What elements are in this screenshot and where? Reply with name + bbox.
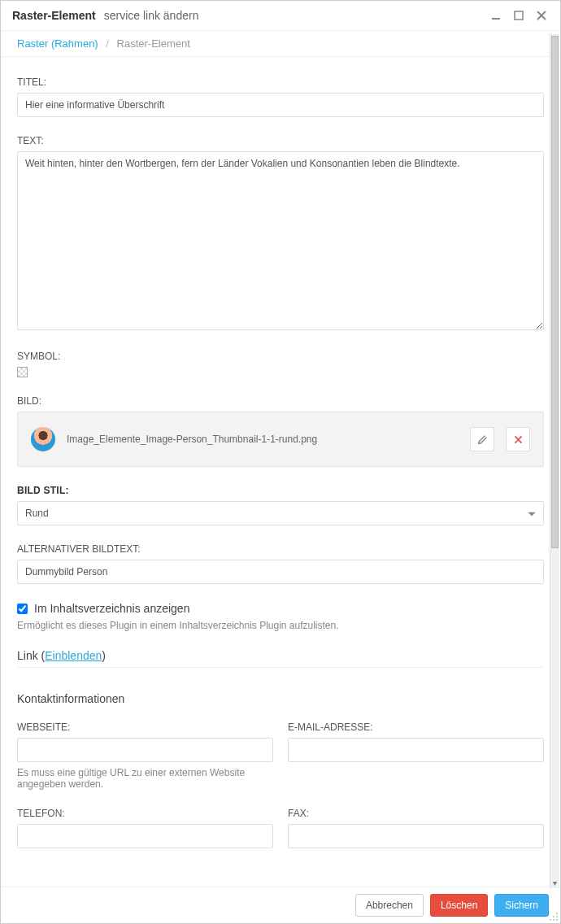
image-box: Image_Elemente_Image-Person_Thumbnail-1-…: [17, 412, 544, 467]
webseite-input[interactable]: [17, 738, 273, 762]
telefon-label: TELEFON:: [17, 808, 273, 819]
link-section-title: Link (Einblenden): [17, 649, 544, 668]
delete-button[interactable]: Löschen: [430, 894, 488, 917]
alt-text-label: ALTERNATIVER BILDTEXT:: [17, 543, 544, 555]
bild-stil-label: BILD STIL:: [17, 485, 544, 496]
scrollbar-thumb[interactable]: [551, 36, 559, 548]
breadcrumb-separator: /: [106, 37, 109, 50]
breadcrumb: Raster (Rahmen) / Raster-Element: [1, 31, 560, 57]
svg-point-10: [553, 919, 554, 921]
breadcrumb-parent-link[interactable]: Raster (Rahmen): [17, 37, 98, 50]
resize-grip-icon[interactable]: [549, 912, 559, 922]
minimize-icon[interactable]: [489, 8, 503, 23]
toc-checkbox-label[interactable]: Im Inhaltsverzeichnis anzeigen: [34, 602, 189, 615]
footer: Abbrechen Löschen Sichern: [1, 887, 560, 923]
titel-input[interactable]: [17, 93, 544, 117]
svg-point-9: [550, 919, 551, 921]
svg-rect-1: [515, 11, 523, 20]
modal-window: Raster-Element service link ändern Raste…: [0, 0, 561, 924]
text-textarea[interactable]: Weit hinten, hinter den Wortbergen, fern…: [17, 151, 544, 330]
link-expand-toggle[interactable]: Einblenden: [45, 649, 102, 662]
webseite-label: WEBSEITE:: [17, 721, 273, 733]
telefon-input[interactable]: [17, 824, 273, 848]
cancel-button[interactable]: Abbrechen: [355, 894, 424, 917]
vertical-scrollbar[interactable]: ▾: [550, 34, 559, 888]
image-filename: Image_Elemente_Image-Person_Thumbnail-1-…: [67, 434, 459, 445]
symbol-swatch[interactable]: [17, 367, 28, 377]
email-label: E-MAIL-ADRESSE:: [288, 721, 544, 733]
bild-stil-select[interactable]: Rund: [17, 501, 544, 525]
image-thumbnail: [31, 427, 55, 451]
maximize-icon[interactable]: [511, 8, 526, 23]
save-button[interactable]: Sichern: [494, 894, 549, 917]
svg-point-11: [556, 919, 558, 921]
text-label: TEXT:: [17, 135, 544, 146]
form-content: TITEL: TEXT: Weit hinten, hinter den Wor…: [1, 57, 560, 887]
remove-image-button[interactable]: [506, 427, 530, 451]
fax-input[interactable]: [288, 824, 544, 848]
email-input[interactable]: [288, 738, 544, 762]
window-subtitle: service link ändern: [104, 9, 199, 22]
window-title: Raster-Element: [12, 9, 96, 22]
bild-label: BILD:: [17, 395, 544, 407]
titel-label: TITEL:: [17, 76, 544, 88]
fax-label: FAX:: [288, 808, 544, 819]
close-icon[interactable]: [534, 8, 549, 23]
breadcrumb-current: Raster-Element: [117, 37, 190, 50]
toc-checkbox[interactable]: [17, 604, 28, 614]
alt-text-input[interactable]: [17, 560, 544, 584]
svg-point-7: [553, 916, 554, 917]
webseite-help: Es muss eine gültige URL zu einer extern…: [17, 767, 273, 790]
edit-image-button[interactable]: [470, 427, 494, 451]
symbol-label: SYMBOL:: [17, 351, 544, 362]
toc-help-text: Ermöglicht es dieses Plugin in einem Inh…: [17, 620, 544, 631]
titlebar: Raster-Element service link ändern: [1, 1, 560, 31]
svg-point-6: [556, 913, 558, 914]
svg-point-8: [556, 916, 558, 917]
contact-heading: Kontaktinformationen: [17, 692, 544, 705]
